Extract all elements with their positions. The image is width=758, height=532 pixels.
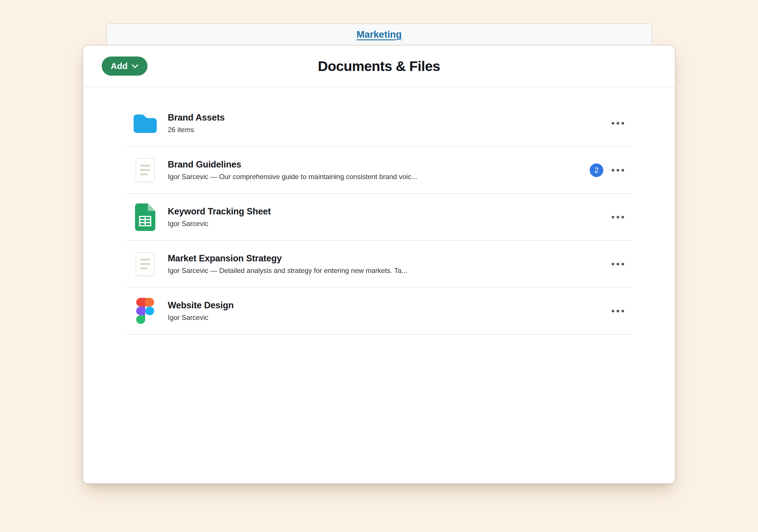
item-subtitle: Igor Sarcevic — Our comprehensive guide … (168, 173, 417, 181)
modal-header: Documents & Files Add (83, 46, 675, 87)
item-subtitle: Igor Sarcevic — Detailed analysis and st… (168, 266, 407, 275)
page-background: Marketing Documents & Files Add (0, 0, 758, 532)
list-item-brand-guidelines[interactable]: Brand Guidelines Igor Sarcevic — Our com… (125, 147, 633, 194)
add-button[interactable]: Add (102, 56, 148, 76)
figma-icon (133, 298, 157, 324)
item-subtitle: 26 items (168, 126, 224, 134)
document-icon (133, 158, 157, 182)
add-button-label: Add (111, 61, 127, 71)
marketing-link[interactable]: Marketing (357, 29, 402, 40)
list-item-market-expansion-strategy[interactable]: Market Expansion Strategy Igor Sarcevic … (125, 241, 633, 288)
documents-modal: Documents & Files Add Brand (83, 45, 675, 484)
modal-title: Documents & Files (83, 46, 675, 87)
chevron-down-icon (132, 64, 138, 68)
document-icon (133, 252, 157, 276)
item-subtitle: Igor Sarcevic (168, 313, 233, 322)
item-subtitle: Igor Sarcevic (168, 220, 271, 228)
item-title: Brand Guidelines (168, 160, 417, 170)
spreadsheet-icon (133, 203, 157, 231)
documents-list: Brand Assets 26 items Brand Guidelines (125, 100, 633, 335)
item-title: Market Expansion Strategy (168, 253, 407, 264)
item-title: Website Design (168, 300, 233, 311)
item-title: Brand Assets (168, 112, 224, 123)
list-item-brand-assets[interactable]: Brand Assets 26 items (125, 100, 633, 147)
more-options-button[interactable] (611, 212, 625, 223)
more-options-button[interactable] (611, 306, 625, 316)
item-text-block: Market Expansion Strategy Igor Sarcevic … (168, 253, 407, 275)
folder-icon (133, 113, 157, 133)
item-title: Keyword Tracking Sheet (168, 206, 271, 217)
item-text-block: Keyword Tracking Sheet Igor Sarcevic (168, 206, 271, 228)
item-text-block: Brand Assets 26 items (168, 112, 224, 134)
more-options-button[interactable] (611, 118, 625, 129)
item-text-block: Website Design Igor Sarcevic (168, 300, 233, 322)
list-item-keyword-tracking-sheet[interactable]: Keyword Tracking Sheet Igor Sarcevic (125, 194, 633, 241)
list-item-website-design[interactable]: Website Design Igor Sarcevic (125, 288, 633, 335)
more-options-button[interactable] (611, 165, 625, 176)
comment-count-badge: 2 (590, 163, 603, 177)
more-options-button[interactable] (611, 259, 625, 269)
item-text-block: Brand Guidelines Igor Sarcevic — Our com… (168, 160, 417, 181)
